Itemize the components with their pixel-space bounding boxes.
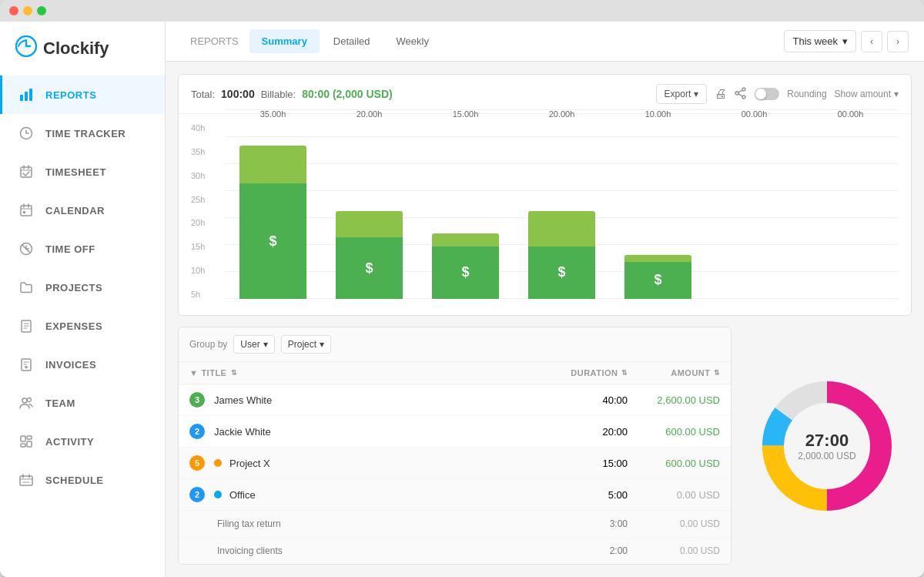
total-label: Total: bbox=[191, 89, 215, 100]
bar-value-thu: 20.00h bbox=[549, 109, 575, 119]
row-amount-jackie: 600.00 USD bbox=[628, 426, 720, 438]
row-amount-office: 0.00 USD bbox=[628, 489, 720, 501]
show-amount-button[interactable]: Show amount ▾ bbox=[835, 89, 899, 99]
svg-rect-17 bbox=[20, 476, 32, 485]
chevron-down-icon: ▾ bbox=[842, 35, 848, 47]
duration-value-projectx: 15:00 bbox=[602, 458, 628, 469]
svg-point-18 bbox=[742, 88, 745, 91]
minimize-button[interactable] bbox=[23, 6, 32, 15]
row-amount-invoicing: 0.00 USD bbox=[628, 545, 720, 556]
sidebar-label-calendar: CALENDAR bbox=[45, 205, 105, 216]
x-label-thu: Thu, 13th Dec bbox=[514, 315, 610, 316]
sidebar-item-activity[interactable]: ACTIVITY bbox=[0, 422, 165, 461]
sidebar-item-team[interactable]: TEAM bbox=[0, 384, 165, 422]
sidebar-item-schedule[interactable]: SCHEDULE bbox=[0, 461, 165, 499]
bar-visual-mon: $ bbox=[239, 146, 307, 300]
amount-col-label: AMOUNT bbox=[671, 368, 710, 377]
total-value: 100:00 bbox=[221, 88, 255, 100]
sidebar-item-reports[interactable]: REPORTS bbox=[0, 75, 165, 114]
y-label-10: 10h bbox=[191, 266, 205, 275]
expand-icon: ▼ bbox=[189, 368, 198, 377]
sidebar-label-schedule: SCHEDULE bbox=[45, 475, 104, 486]
bar-fri: 10.00h $ bbox=[610, 123, 706, 299]
col-duration-header[interactable]: DURATION ⇅ bbox=[551, 368, 628, 377]
x-labels: Mon, 10th Dec Tue, 11th Dec Wed, 12th De… bbox=[225, 315, 899, 316]
table-row-filing[interactable]: Filing tax return 3:00 0.00 USD bbox=[179, 511, 731, 538]
titlebar bbox=[0, 0, 924, 22]
x-label-mon: Mon, 10th Dec bbox=[225, 315, 321, 316]
bar-mon: 35.00h $ bbox=[225, 123, 321, 299]
sidebar-item-expenses[interactable]: EXPENSES bbox=[0, 307, 165, 345]
table-row-jackie[interactable]: 2 Jackie White 20:00 600.00 USD bbox=[179, 416, 731, 448]
sidebar-item-timesheet[interactable]: TIMESHEET bbox=[0, 153, 165, 191]
chart-card: Total: 100:00 Billable: 80:00 (2,000 USD… bbox=[178, 74, 912, 316]
bar-top-thu bbox=[528, 211, 596, 247]
svg-rect-15 bbox=[27, 441, 32, 447]
close-button[interactable] bbox=[9, 6, 18, 15]
row-title-col-office: 2 Office bbox=[189, 487, 551, 502]
donut-chart: 27:00 2,000.00 USD bbox=[754, 373, 900, 519]
col-title-header: ▼ TITLE ⇅ bbox=[189, 368, 551, 377]
y-label-30: 30h bbox=[191, 171, 205, 180]
timesheet-icon bbox=[18, 163, 35, 180]
table-row-james[interactable]: 3 James White 40:00 2,600.00 USD bbox=[179, 384, 731, 416]
duration-value-filing: 3:00 bbox=[610, 518, 628, 529]
bar-value-fri: 10.00h bbox=[645, 109, 671, 119]
table-row-invoicing[interactable]: Invoicing clients 2:00 0.00 USD bbox=[179, 538, 731, 564]
export-button[interactable]: Export ▾ bbox=[656, 84, 708, 104]
prev-week-button[interactable]: ‹ bbox=[861, 31, 882, 52]
next-week-button[interactable]: › bbox=[887, 31, 909, 52]
bar-value-tue: 20.00h bbox=[357, 109, 383, 119]
x-label-fri: Fri, 14th Dec bbox=[610, 315, 706, 316]
sidebar-item-projects[interactable]: PROJECTS bbox=[0, 268, 165, 307]
sidebar-label-time-off: TIME OFF bbox=[45, 243, 95, 255]
bar-sun: 00.00h bbox=[802, 123, 899, 299]
row-name-projectx: Project X bbox=[229, 458, 551, 469]
x-label-wed: Wed, 12th Dec bbox=[417, 315, 514, 316]
bar-visual-thu: $ bbox=[528, 211, 596, 299]
bar-visual-wed: $ bbox=[432, 233, 500, 300]
billable-label: Billable: bbox=[261, 89, 296, 100]
x-label-sat: Sat, 15th Dec bbox=[706, 315, 802, 316]
sidebar-item-time-tracker[interactable]: TIME TRACKER bbox=[0, 114, 165, 153]
week-selector[interactable]: This week ▾ bbox=[784, 30, 856, 52]
row-duration-jackie: 20:00 bbox=[551, 426, 628, 438]
group-project-select[interactable]: Project ▾ bbox=[281, 335, 331, 354]
show-amount-label: Show amount bbox=[835, 89, 891, 99]
sidebar-item-time-off[interactable]: TIME OFF bbox=[0, 230, 165, 268]
share-icon[interactable] bbox=[735, 87, 747, 102]
app-window: Clockify REPORTS bbox=[0, 0, 924, 577]
project-dot-orange bbox=[214, 459, 222, 467]
table-row-projectx[interactable]: 5 Project X 15:00 600.00 USD bbox=[179, 448, 731, 479]
duration-value-james: 40:00 bbox=[602, 394, 628, 406]
sidebar-item-calendar[interactable]: CALENDAR bbox=[0, 191, 165, 230]
rounding-toggle[interactable] bbox=[755, 88, 779, 100]
y-label-35: 35h bbox=[191, 147, 205, 156]
col-amount-header[interactable]: AMOUNT ⇅ bbox=[628, 368, 720, 377]
sidebar-label-team: TEAM bbox=[45, 398, 75, 409]
y-label-40: 40h bbox=[191, 123, 205, 133]
sidebar-item-invoices[interactable]: INVOICES bbox=[0, 345, 165, 384]
amount-value-projectx: 600.00 USD bbox=[665, 458, 720, 469]
bar-bottom-fri: $ bbox=[624, 262, 692, 299]
tabs: REPORTS Summary Detailed Weekly bbox=[181, 29, 441, 53]
dollar-icon-thu: $ bbox=[557, 264, 565, 280]
tab-weekly[interactable]: Weekly bbox=[384, 29, 441, 53]
dollar-icon-tue: $ bbox=[365, 260, 373, 277]
table-row-office[interactable]: 2 Office 5:00 0.00 USD bbox=[179, 479, 731, 511]
bar-visual-fri: $ bbox=[624, 255, 692, 299]
expenses-icon bbox=[18, 317, 35, 334]
group-user-select[interactable]: User ▾ bbox=[233, 335, 274, 354]
row-amount-projectx: 600.00 USD bbox=[628, 458, 720, 469]
sidebar-label-time-tracker: TIME TRACKER bbox=[45, 128, 126, 139]
svg-point-20 bbox=[742, 96, 745, 99]
svg-rect-7 bbox=[23, 211, 25, 213]
tab-summary[interactable]: Summary bbox=[249, 29, 320, 53]
print-icon[interactable]: 🖨 bbox=[715, 87, 727, 101]
y-label-15: 15h bbox=[191, 242, 205, 251]
svg-rect-13 bbox=[21, 436, 25, 441]
maximize-button[interactable] bbox=[37, 6, 46, 15]
duration-col-label: DURATION bbox=[571, 368, 618, 377]
svg-rect-2 bbox=[25, 92, 28, 101]
tab-detailed[interactable]: Detailed bbox=[321, 29, 383, 53]
